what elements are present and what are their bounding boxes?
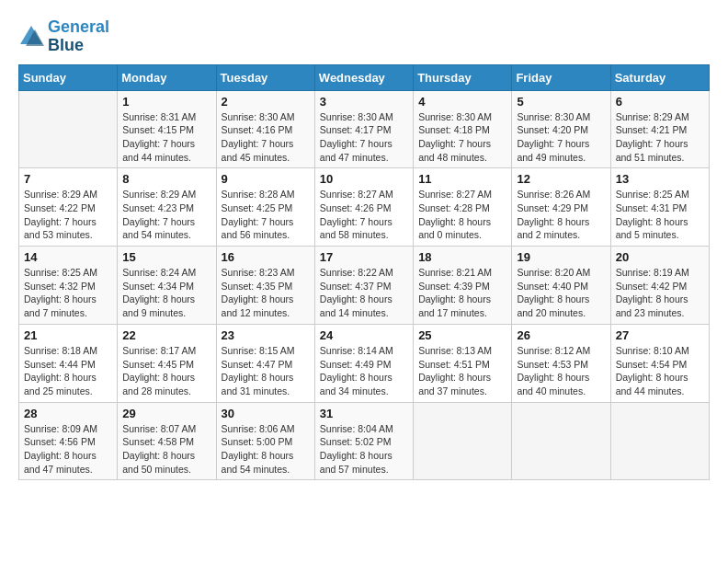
- day-number: 13: [616, 172, 704, 186]
- day-number: 28: [24, 407, 112, 420]
- day-number: 16: [222, 250, 310, 264]
- day-info: Sunrise: 8:15 AMSunset: 4:47 PMDaylight:…: [222, 344, 310, 398]
- day-info: Sunrise: 8:23 AMSunset: 4:35 PMDaylight:…: [222, 266, 310, 320]
- day-number: 3: [320, 95, 408, 109]
- day-cell-1: 1Sunrise: 8:31 AMSunset: 4:15 PMDaylight…: [118, 90, 216, 168]
- day-cell-31: 31Sunrise: 8:04 AMSunset: 5:02 PMDayligh…: [314, 402, 413, 480]
- day-cell-4: 4Sunrise: 8:30 AMSunset: 4:18 PMDaylight…: [414, 90, 512, 168]
- weekday-header-row: SundayMondayTuesdayWednesdayThursdayFrid…: [19, 64, 710, 90]
- day-info: Sunrise: 8:14 AMSunset: 4:49 PMDaylight:…: [320, 344, 408, 398]
- day-info: Sunrise: 8:29 AMSunset: 4:23 PMDaylight:…: [122, 188, 210, 242]
- day-info: Sunrise: 8:13 AMSunset: 4:51 PMDaylight:…: [418, 344, 506, 398]
- day-cell-22: 22Sunrise: 8:17 AMSunset: 4:45 PMDayligh…: [118, 324, 216, 402]
- week-row-3: 14Sunrise: 8:25 AMSunset: 4:32 PMDayligh…: [19, 247, 710, 325]
- day-number: 4: [418, 95, 506, 109]
- day-number: 14: [24, 250, 112, 264]
- day-cell-16: 16Sunrise: 8:23 AMSunset: 4:35 PMDayligh…: [216, 247, 314, 325]
- day-number: 24: [320, 328, 408, 342]
- weekday-thursday: Thursday: [414, 64, 512, 90]
- day-cell-27: 27Sunrise: 8:10 AMSunset: 4:54 PMDayligh…: [610, 324, 709, 402]
- day-cell-3: 3Sunrise: 8:30 AMSunset: 4:17 PMDaylight…: [314, 90, 413, 168]
- week-row-1: 1Sunrise: 8:31 AMSunset: 4:15 PMDaylight…: [19, 90, 710, 168]
- day-info: Sunrise: 8:12 AMSunset: 4:53 PMDaylight:…: [517, 344, 605, 398]
- day-cell-2: 2Sunrise: 8:30 AMSunset: 4:16 PMDaylight…: [216, 90, 314, 168]
- day-number: 30: [222, 407, 310, 420]
- day-number: 19: [517, 250, 605, 264]
- day-number: 8: [122, 172, 210, 186]
- day-cell-25: 25Sunrise: 8:13 AMSunset: 4:51 PMDayligh…: [414, 324, 512, 402]
- day-cell-14: 14Sunrise: 8:25 AMSunset: 4:32 PMDayligh…: [19, 247, 118, 325]
- day-number: 27: [616, 328, 704, 342]
- day-info: Sunrise: 8:29 AMSunset: 4:21 PMDaylight:…: [616, 110, 704, 165]
- day-number: 22: [122, 328, 210, 342]
- day-number: 26: [517, 328, 605, 342]
- page-header: General Blue: [18, 18, 710, 55]
- day-info: Sunrise: 8:28 AMSunset: 4:25 PMDaylight:…: [222, 188, 310, 242]
- calendar-body: 1Sunrise: 8:31 AMSunset: 4:15 PMDaylight…: [19, 90, 710, 480]
- day-info: Sunrise: 8:22 AMSunset: 4:37 PMDaylight:…: [320, 266, 408, 320]
- day-number: 17: [320, 250, 408, 264]
- day-cell-23: 23Sunrise: 8:15 AMSunset: 4:47 PMDayligh…: [216, 324, 314, 402]
- day-cell-24: 24Sunrise: 8:14 AMSunset: 4:49 PMDayligh…: [314, 324, 413, 402]
- day-info: Sunrise: 8:04 AMSunset: 5:02 PMDaylight:…: [320, 422, 408, 477]
- day-info: Sunrise: 8:25 AMSunset: 4:32 PMDaylight:…: [24, 266, 112, 320]
- day-number: 29: [122, 407, 210, 420]
- calendar-table: SundayMondayTuesdayWednesdayThursdayFrid…: [18, 64, 710, 481]
- day-cell-6: 6Sunrise: 8:29 AMSunset: 4:21 PMDaylight…: [610, 90, 709, 168]
- week-row-5: 28Sunrise: 8:09 AMSunset: 4:56 PMDayligh…: [19, 402, 710, 480]
- day-info: Sunrise: 8:10 AMSunset: 4:54 PMDaylight:…: [616, 344, 704, 398]
- day-info: Sunrise: 8:27 AMSunset: 4:28 PMDaylight:…: [418, 188, 506, 242]
- day-info: Sunrise: 8:09 AMSunset: 4:56 PMDaylight:…: [24, 422, 112, 477]
- day-cell-12: 12Sunrise: 8:26 AMSunset: 4:29 PMDayligh…: [512, 168, 610, 247]
- day-number: 11: [418, 172, 506, 186]
- empty-cell: [414, 402, 512, 480]
- weekday-saturday: Saturday: [610, 64, 709, 90]
- day-info: Sunrise: 8:29 AMSunset: 4:22 PMDaylight:…: [24, 188, 112, 242]
- logo-icon: [18, 24, 44, 50]
- day-number: 9: [222, 172, 310, 186]
- day-info: Sunrise: 8:30 AMSunset: 4:18 PMDaylight:…: [418, 110, 506, 165]
- weekday-wednesday: Wednesday: [314, 64, 413, 90]
- week-row-2: 7Sunrise: 8:29 AMSunset: 4:22 PMDaylight…: [19, 168, 710, 247]
- day-cell-7: 7Sunrise: 8:29 AMSunset: 4:22 PMDaylight…: [19, 168, 118, 247]
- day-number: 5: [517, 95, 605, 109]
- logo-text: General Blue: [48, 18, 109, 55]
- day-info: Sunrise: 8:18 AMSunset: 4:44 PMDaylight:…: [24, 344, 112, 398]
- day-cell-20: 20Sunrise: 8:19 AMSunset: 4:42 PMDayligh…: [610, 247, 709, 325]
- day-info: Sunrise: 8:30 AMSunset: 4:16 PMDaylight:…: [222, 110, 310, 165]
- day-info: Sunrise: 8:27 AMSunset: 4:26 PMDaylight:…: [320, 188, 408, 242]
- day-info: Sunrise: 8:25 AMSunset: 4:31 PMDaylight:…: [616, 188, 704, 242]
- day-cell-8: 8Sunrise: 8:29 AMSunset: 4:23 PMDaylight…: [118, 168, 216, 247]
- day-info: Sunrise: 8:20 AMSunset: 4:40 PMDaylight:…: [517, 266, 605, 320]
- logo: General Blue: [18, 18, 109, 55]
- week-row-4: 21Sunrise: 8:18 AMSunset: 4:44 PMDayligh…: [19, 324, 710, 402]
- day-number: 18: [418, 250, 506, 264]
- day-info: Sunrise: 8:21 AMSunset: 4:39 PMDaylight:…: [418, 266, 506, 320]
- day-cell-28: 28Sunrise: 8:09 AMSunset: 4:56 PMDayligh…: [19, 402, 118, 480]
- day-info: Sunrise: 8:19 AMSunset: 4:42 PMDaylight:…: [616, 266, 704, 320]
- day-number: 10: [320, 172, 408, 186]
- day-info: Sunrise: 8:30 AMSunset: 4:17 PMDaylight:…: [320, 110, 408, 165]
- day-number: 31: [320, 407, 408, 420]
- day-number: 7: [24, 172, 112, 186]
- weekday-sunday: Sunday: [19, 64, 118, 90]
- day-info: Sunrise: 8:31 AMSunset: 4:15 PMDaylight:…: [122, 110, 210, 165]
- day-number: 23: [222, 328, 310, 342]
- day-cell-21: 21Sunrise: 8:18 AMSunset: 4:44 PMDayligh…: [19, 324, 118, 402]
- day-number: 6: [616, 95, 704, 109]
- day-cell-17: 17Sunrise: 8:22 AMSunset: 4:37 PMDayligh…: [314, 247, 413, 325]
- weekday-tuesday: Tuesday: [216, 64, 314, 90]
- day-number: 25: [418, 328, 506, 342]
- weekday-friday: Friday: [512, 64, 610, 90]
- calendar-header: SundayMondayTuesdayWednesdayThursdayFrid…: [19, 64, 710, 90]
- day-number: 2: [222, 95, 310, 109]
- day-info: Sunrise: 8:06 AMSunset: 5:00 PMDaylight:…: [222, 422, 310, 477]
- day-info: Sunrise: 8:07 AMSunset: 4:58 PMDaylight:…: [122, 422, 210, 477]
- day-cell-11: 11Sunrise: 8:27 AMSunset: 4:28 PMDayligh…: [414, 168, 512, 247]
- day-info: Sunrise: 8:24 AMSunset: 4:34 PMDaylight:…: [122, 266, 210, 320]
- day-number: 12: [517, 172, 605, 186]
- day-cell-29: 29Sunrise: 8:07 AMSunset: 4:58 PMDayligh…: [118, 402, 216, 480]
- day-number: 21: [24, 328, 112, 342]
- day-cell-30: 30Sunrise: 8:06 AMSunset: 5:00 PMDayligh…: [216, 402, 314, 480]
- day-cell-10: 10Sunrise: 8:27 AMSunset: 4:26 PMDayligh…: [314, 168, 413, 247]
